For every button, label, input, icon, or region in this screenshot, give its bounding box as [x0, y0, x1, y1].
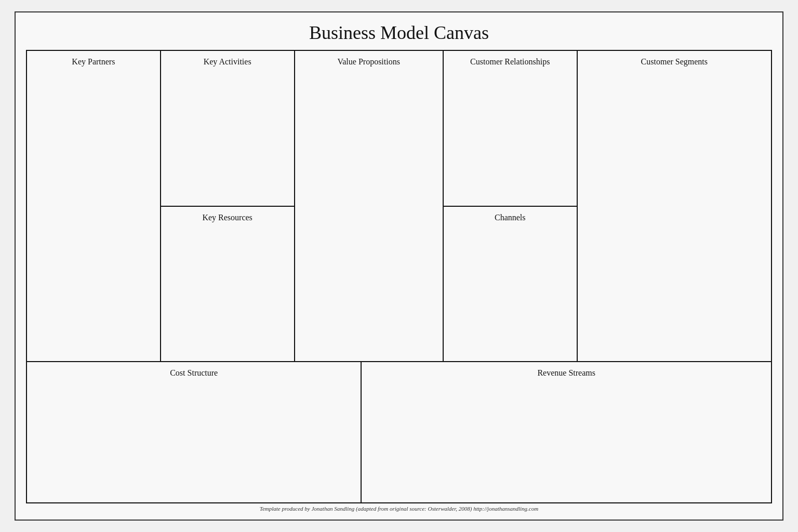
- bottom-section: Cost Structure Revenue Streams: [27, 362, 771, 502]
- customer-segments-label: Customer Segments: [585, 57, 764, 66]
- value-propositions-label: Value Propositions: [302, 57, 435, 66]
- customer-segments-cell: Customer Segments: [578, 51, 771, 361]
- channels-label: Channels: [451, 213, 569, 222]
- business-model-canvas-page: Business Model Canvas Key Partners Key A…: [15, 11, 783, 521]
- value-propositions-cell: Value Propositions: [295, 51, 443, 361]
- canvas-container: Key Partners Key Activities Key Resource…: [26, 50, 772, 503]
- customer-segments-column: Customer Segments: [578, 51, 771, 361]
- revenue-streams-label: Revenue Streams: [369, 368, 764, 378]
- key-partners-cell: Key Partners: [27, 51, 160, 361]
- cost-structure-cell: Cost Structure: [27, 362, 362, 502]
- cost-structure-label: Cost Structure: [34, 368, 353, 378]
- key-partners-label: Key Partners: [34, 57, 153, 66]
- key-activities-resources-column: Key Activities Key Resources: [161, 51, 295, 361]
- customer-relationships-label: Customer Relationships: [451, 57, 569, 66]
- customer-relationships-cell: Customer Relationships: [444, 51, 577, 207]
- key-activities-label: Key Activities: [168, 57, 287, 66]
- cr-channels-column: Customer Relationships Channels: [444, 51, 578, 361]
- value-propositions-column: Value Propositions: [295, 51, 444, 361]
- top-section: Key Partners Key Activities Key Resource…: [27, 51, 771, 362]
- key-resources-label: Key Resources: [168, 213, 287, 222]
- footer-text: Template produced by Jonathan Sandling (…: [26, 503, 772, 512]
- key-resources-cell: Key Resources: [161, 207, 294, 362]
- key-activities-cell: Key Activities: [161, 51, 294, 207]
- revenue-streams-cell: Revenue Streams: [362, 362, 771, 502]
- key-partners-column: Key Partners: [27, 51, 161, 361]
- channels-cell: Channels: [444, 207, 577, 362]
- page-title: Business Model Canvas: [26, 18, 772, 50]
